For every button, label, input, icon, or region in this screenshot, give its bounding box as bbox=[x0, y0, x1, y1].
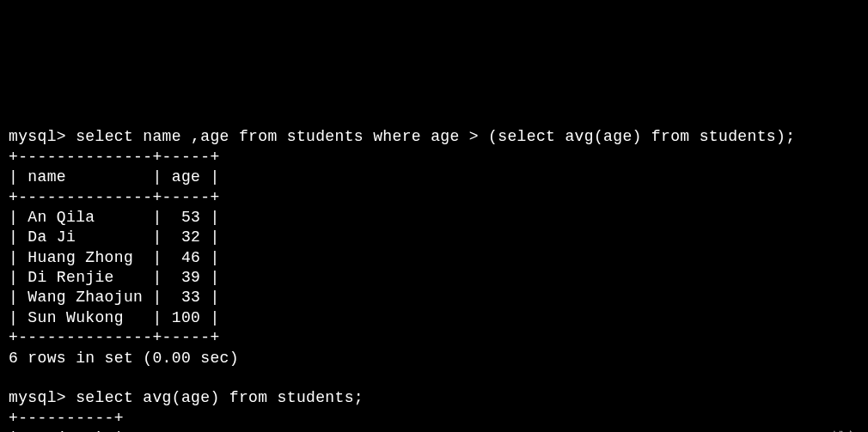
query2-border-top: +----------+ bbox=[9, 410, 124, 427]
watermark: @51CTO博客 bbox=[778, 429, 858, 432]
table-row: | Sun Wukong | 100 | bbox=[9, 309, 220, 326]
table-row: | Da Ji | 32 | bbox=[9, 228, 220, 246]
query1-command: select name ,age from students where age… bbox=[76, 128, 795, 145]
query1-status: 6 rows in set (0.00 sec) bbox=[9, 350, 239, 367]
table-row: | Huang Zhong | 46 | bbox=[9, 249, 220, 266]
query1-border-mid: +--------------+-----+ bbox=[9, 189, 220, 206]
query1-header: | name | age | bbox=[9, 168, 220, 186]
table-row: | Wang Zhaojun | 33 | bbox=[9, 289, 220, 306]
terminal-output: mysql> select name ,age from students wh… bbox=[0, 100, 868, 432]
table-row: | Di Renjie | 39 | bbox=[9, 269, 220, 286]
query2-command: select avg(age) from students; bbox=[76, 389, 364, 406]
mysql-prompt: mysql> select avg(age) from students; bbox=[9, 389, 364, 406]
mysql-prompt: mysql> select name ,age from students wh… bbox=[9, 128, 795, 145]
table-row: | An Qila | 53 | bbox=[9, 209, 220, 226]
query1-border-bottom: +--------------+-----+ bbox=[9, 329, 220, 346]
query1-border-top: +--------------+-----+ bbox=[9, 149, 220, 166]
